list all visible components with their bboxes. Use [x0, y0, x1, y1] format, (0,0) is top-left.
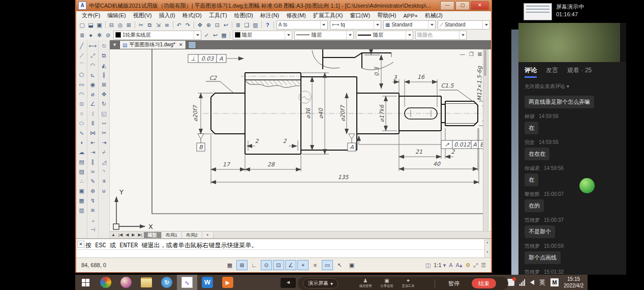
cut-button[interactable]: ✂: [137, 21, 145, 29]
osnap-toggle[interactable]: ⊡: [273, 260, 284, 270]
chevron-down-icon[interactable]: [346, 31, 353, 39]
command-line-panel[interactable]: ✕ 按 ESC 或 ENTER 键退出，或者单击鼠标右键显示快捷菜单。 ▴▾: [76, 238, 491, 258]
chevron-down-icon[interactable]: [374, 21, 381, 29]
table-tool[interactable]: ▦: [77, 196, 86, 206]
layer-combo[interactable]: 1轮廓实线层: [113, 31, 201, 40]
pause-share-button[interactable]: 暂停: [448, 280, 459, 287]
tab-close-icon[interactable]: ✕: [179, 42, 183, 47]
tab-new-layout[interactable]: +: [202, 232, 213, 238]
drawing-canvas[interactable]: ▼ ▤ 平面图形练习1.dwg* ✕: [110, 40, 491, 238]
extend-tool[interactable]: ⇥: [99, 138, 109, 148]
menu-format[interactable]: 格式(O): [179, 12, 205, 19]
annotation-scale-label[interactable]: 1:1 ▾: [434, 262, 446, 269]
menu-draw[interactable]: 绘图(D): [231, 12, 257, 19]
lineweight-combo[interactable]: 随层: [356, 31, 413, 40]
dim-style-combo[interactable]: ⟷ tq: [330, 20, 381, 30]
zoom-realtime-button[interactable]: ⊕: [204, 21, 213, 29]
interaction-tools-button[interactable]: ✦ 互动工具: [401, 278, 415, 288]
arc3pt-tool[interactable]: ◠: [77, 90, 86, 99]
dim-jogged-tool[interactable]: ∠: [88, 99, 98, 109]
chevron-down-icon[interactable]: [406, 31, 413, 39]
dim-linear-tool[interactable]: ⟷: [88, 41, 98, 51]
dim-parallel-tool[interactable]: ∥: [88, 157, 98, 167]
dim-break-tool[interactable]: ⇤: [88, 138, 98, 148]
vertical-scrollbar[interactable]: [483, 49, 488, 231]
annotation-toggle[interactable]: ▣: [346, 260, 357, 270]
chat-tab-watching[interactable]: 观看 · 25: [567, 66, 592, 78]
scrollbar-thumb[interactable]: [484, 50, 486, 76]
view-restore-icon[interactable]: ❐: [469, 51, 474, 57]
clock[interactable]: 15:15 2022/4/2: [564, 276, 584, 289]
new-tab-button[interactable]: [188, 41, 196, 49]
linetype-combo[interactable]: 随层: [294, 31, 354, 40]
share-settings-button[interactable]: ▣ 分享设置: [380, 278, 394, 288]
command-scrollbar[interactable]: ▴▾: [484, 240, 490, 258]
document-tab[interactable]: ▤ 平面图形练习1.dwg* ✕: [119, 40, 186, 49]
copy-button[interactable]: ⧉: [145, 21, 154, 29]
layer-properties-button[interactable]: ≣: [78, 31, 86, 39]
offset-tool[interactable]: ∥: [99, 70, 109, 80]
otrack-toggle[interactable]: ∠: [285, 260, 296, 270]
chamfer-tool[interactable]: ◿: [99, 157, 109, 167]
grid-toggle[interactable]: ⊞: [236, 260, 248, 270]
point-tool[interactable]: ∴: [77, 177, 86, 186]
dim-angular-tool[interactable]: ⊾: [88, 70, 98, 80]
arc-tool[interactable]: ⌒: [77, 61, 86, 70]
restore-button[interactable]: ▢: [455, 1, 470, 10]
notification-icon[interactable]: [507, 279, 514, 286]
open-button[interactable]: ⬓: [86, 21, 95, 29]
erase-tool[interactable]: ⍉: [99, 41, 109, 51]
tab-first-button[interactable]: |◀: [117, 233, 124, 237]
taskbar-paint-app[interactable]: [116, 275, 136, 290]
view-minimize-icon[interactable]: —: [460, 51, 465, 57]
explode-tool[interactable]: ✳: [99, 177, 109, 186]
ortho-toggle[interactable]: ∟: [249, 260, 260, 270]
presenter-thumbnail[interactable]: [524, 3, 552, 20]
scale-tool[interactable]: ◱: [99, 109, 109, 119]
dim-aligned-tool[interactable]: ⤢: [88, 51, 98, 61]
chevron-down-icon[interactable]: [194, 31, 201, 39]
cycle-toggle[interactable]: ↖: [334, 260, 345, 270]
tab-prev-button[interactable]: ◀: [124, 233, 130, 237]
properties-button[interactable]: ▥: [251, 21, 260, 29]
menu-edit[interactable]: 编辑(E): [104, 12, 130, 19]
rotate-tool[interactable]: ↻: [99, 99, 109, 109]
break-tool[interactable]: ⌿: [99, 148, 109, 157]
tab-list-icon[interactable]: ▼: [110, 42, 119, 47]
network-signal-icon[interactable]: [519, 279, 525, 286]
snap-toggle[interactable]: ▦: [224, 260, 235, 270]
view-close-icon[interactable]: ⊠: [478, 51, 482, 57]
image-tool[interactable]: ▥: [77, 206, 86, 215]
menu-mechanical[interactable]: 机械(J): [421, 12, 446, 19]
tab-last-button[interactable]: ▶|: [136, 233, 143, 237]
dim-baseline-tool[interactable]: ⫴: [88, 119, 98, 128]
polygon-tool[interactable]: ⬠: [77, 70, 86, 80]
shaft-drawing[interactable]: ⌀20f7 ⌀36 ⌀40 ⌀20f7 ⌀17k6 M12×1.5-6g 0.3…: [110, 49, 486, 231]
taskbar-file-manager[interactable]: [136, 275, 157, 290]
circle-tool[interactable]: ○: [77, 109, 86, 119]
redo-button[interactable]: ↷: [183, 21, 192, 29]
menu-app-plus[interactable]: APP+: [400, 13, 421, 19]
block-tool[interactable]: ▤: [77, 157, 86, 167]
tab-next-button[interactable]: ▶: [130, 233, 136, 237]
start-button[interactable]: [75, 275, 96, 290]
text-style-combo[interactable]: A ts: [277, 20, 328, 30]
paste-button[interactable]: ⇲: [154, 21, 163, 29]
menu-modify[interactable]: 修改(M): [283, 12, 310, 19]
tolerance-tool[interactable]: ≋: [88, 206, 98, 215]
fillet-tool[interactable]: ◝: [99, 167, 109, 177]
tab-model[interactable]: 模型: [144, 232, 162, 238]
layer-freeze-button[interactable]: ✻: [95, 31, 104, 39]
rectangle-tool[interactable]: ▭: [77, 80, 86, 90]
taskbar-zwcad-app[interactable]: ∿: [177, 275, 197, 290]
workspace-gear-icon[interactable]: ⚙: [465, 262, 470, 269]
match-properties-button[interactable]: ≌: [163, 21, 171, 29]
region-tool[interactable]: ▣: [77, 186, 86, 196]
annotation-visibility-icon[interactable]: A: [449, 262, 452, 268]
array-tool[interactable]: ⊞: [99, 80, 109, 90]
ime-mode-icon[interactable]: M: [550, 278, 559, 286]
view-manager-button[interactable]: ❏: [242, 21, 251, 29]
join-tool[interactable]: ⊍: [99, 186, 109, 196]
dim-continue-tool[interactable]: ⋈: [88, 128, 98, 138]
fullscreen-icon[interactable]: ⤢: [473, 262, 478, 269]
